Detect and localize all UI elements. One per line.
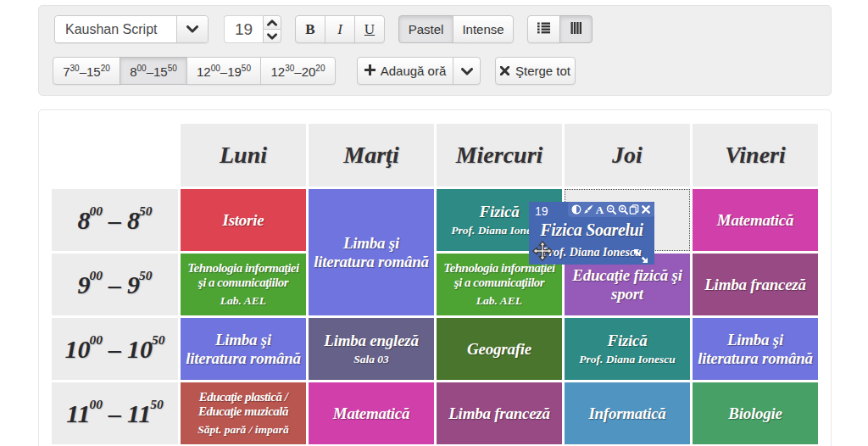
bold-button[interactable]: B xyxy=(295,15,326,43)
day-header-luni: Luni xyxy=(181,124,306,187)
time-range-800-1550[interactable]: 800–1550 xyxy=(120,57,187,85)
add-hour-label: Adaugă oră xyxy=(381,64,447,78)
dragged-lesson-title: Fizica Soarelui xyxy=(529,220,654,240)
chevron-down-icon xyxy=(461,64,473,78)
cell-miercuri-11-limba-franceza[interactable]: Limba franceză xyxy=(437,382,562,444)
day-header-marti: Marţi xyxy=(309,124,434,187)
timetable-grid: Luni Marţi Miercuri Joi Vineri 800–850 I… xyxy=(52,124,818,444)
zoom-out-icon[interactable] xyxy=(606,203,617,215)
cell-luni-9-tic[interactable]: Tehnologia informaţiei şi a comunicaţiil… xyxy=(181,254,306,315)
add-hour-button[interactable]: Adaugă oră xyxy=(357,57,453,85)
paintbrush-icon[interactable] xyxy=(582,203,593,215)
time-range-730-1520[interactable]: 730–1520 xyxy=(53,57,120,85)
cell-miercuri-10-geografie[interactable]: Geografie xyxy=(437,318,562,380)
zoom-in-icon[interactable] xyxy=(617,203,628,215)
resize-handle-icon[interactable] xyxy=(633,248,648,264)
cell-vineri-9-limba-franceza[interactable]: Limba franceză xyxy=(693,254,818,315)
cell-joi-11-informatica[interactable]: Informatică xyxy=(565,382,690,444)
lesson-card-toolbar: A xyxy=(568,202,654,217)
time-label-8: 800–850 xyxy=(52,189,178,251)
timetable-panel: Luni Marţi Miercuri Joi Vineri 800–850 I… xyxy=(38,109,832,446)
cell-luni-10-limba-romana[interactable]: Limba şi literatura română xyxy=(181,318,306,380)
time-range-1230-2020[interactable]: 1230–2020 xyxy=(260,57,336,85)
chevron-down-icon[interactable] xyxy=(176,16,208,42)
pastel-button[interactable]: Pastel xyxy=(398,15,453,43)
toolbar-panel: Kaushan Script 19 B I U Pas xyxy=(38,5,832,96)
cell-vineri-11-biologie[interactable]: Biologie xyxy=(693,382,818,444)
font-family-select[interactable]: Kaushan Script xyxy=(54,15,209,43)
columns-layout-button[interactable] xyxy=(559,15,593,43)
clear-all-label: Şterge tot xyxy=(515,64,570,78)
time-label-10: 1000–1050 xyxy=(52,318,178,380)
x-icon xyxy=(500,64,509,78)
cell-marti-8-limba-romana[interactable]: Limba şi literatura română xyxy=(309,189,434,315)
columns-icon xyxy=(570,22,582,36)
clear-all-button[interactable]: Şterge tot xyxy=(495,57,576,85)
text-style-group: B I U xyxy=(295,15,385,43)
cell-luni-11-educatie-plastica[interactable]: Educaţie plastică / Educaţie muzicalăSăp… xyxy=(181,382,306,444)
day-header-vineri: Vineri xyxy=(693,124,818,187)
add-hour-split-button: Adaugă oră xyxy=(357,57,481,85)
close-icon[interactable] xyxy=(640,203,651,215)
intense-button[interactable]: Intense xyxy=(453,15,514,43)
spinner-down-button[interactable] xyxy=(263,29,281,43)
time-range-group: 730–1520 800–1550 1200–1950 1230–2020 xyxy=(53,57,336,85)
cell-marti-10-limba-engleza[interactable]: Limba englezăSala 03 xyxy=(309,318,434,380)
font-family-value: Kaushan Script xyxy=(55,16,176,42)
time-label-9: 900–950 xyxy=(52,254,178,315)
font-icon[interactable]: A xyxy=(594,203,605,215)
italic-button[interactable]: I xyxy=(325,15,355,43)
add-hour-dropdown-button[interactable] xyxy=(453,57,481,85)
time-range-1200-1950[interactable]: 1200–1950 xyxy=(186,57,261,85)
timetable-editor-page: Kaushan Script 19 B I U Pas xyxy=(0,0,868,446)
copy-icon[interactable] xyxy=(629,203,640,215)
cell-joi-10-fizica[interactable]: FizicăProf. Diana Ionescu xyxy=(565,318,690,380)
list-layout-button[interactable] xyxy=(527,15,560,43)
list-icon xyxy=(537,22,550,36)
layout-toggle-group xyxy=(527,15,593,43)
plus-icon xyxy=(364,64,376,78)
move-cursor-icon xyxy=(531,240,554,262)
contrast-icon[interactable] xyxy=(571,203,582,215)
font-size-value[interactable]: 19 xyxy=(224,15,263,43)
cell-vineri-10-limba-romana[interactable]: Limba şi literatura română xyxy=(693,318,818,380)
grid-corner xyxy=(52,124,178,187)
time-label-11: 1100–1150 xyxy=(52,382,178,444)
day-header-joi: Joi xyxy=(565,124,690,187)
underline-button[interactable]: U xyxy=(354,15,385,43)
day-header-miercuri: Miercuri xyxy=(437,124,562,187)
spinner-up-button[interactable] xyxy=(263,15,281,30)
cell-marti-11-matematica[interactable]: Matematică xyxy=(309,382,434,444)
font-size-spinner: 19 xyxy=(224,15,281,43)
cell-luni-8-istorie[interactable]: Istorie xyxy=(181,189,306,251)
cell-vineri-8-matematica[interactable]: Matematică xyxy=(693,189,818,251)
color-intensity-group: Pastel Intense xyxy=(398,15,514,43)
font-size-badge: 19 xyxy=(535,204,548,218)
